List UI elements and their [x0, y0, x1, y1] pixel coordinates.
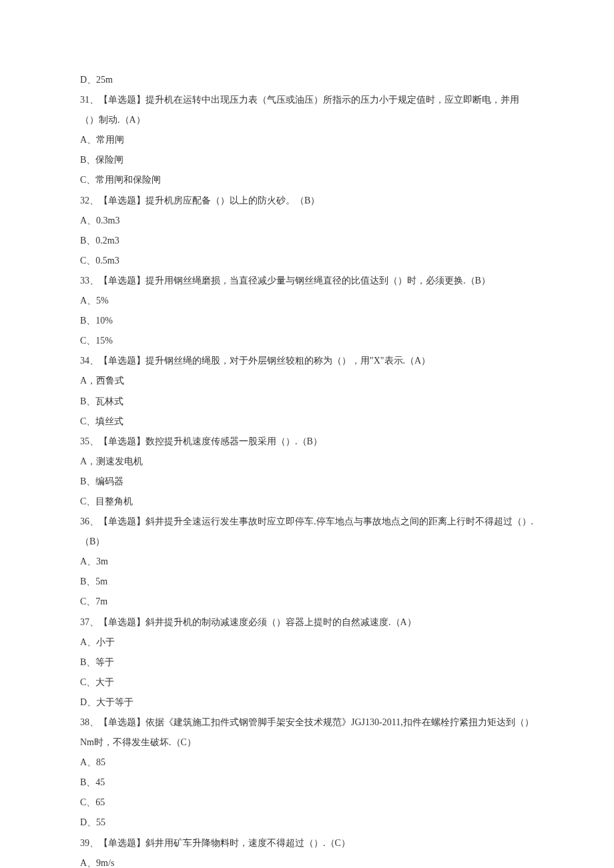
option-text: A、常用闸 — [80, 130, 534, 150]
option-text: C、7m — [80, 592, 534, 612]
option-text: A、小于 — [80, 632, 534, 653]
option-text: C、常用闸和保险闸 — [80, 170, 534, 190]
question-text: 39、【单选题】斜井用矿车升降物料时，速度不得超过（）.（C） — [80, 833, 534, 853]
option-text: C、目整角机 — [80, 492, 534, 512]
option-text: A，西鲁式 — [80, 371, 534, 391]
question-text: 36、【单选题】斜井提升全速运行发生事故时应立即停车.停车地点与事故地点之间的距… — [80, 512, 534, 552]
question-text: 37、【单选题】斜井提升机的制动减速度必须（）容器上提时的自然减速度.（A） — [80, 612, 534, 632]
question-text: 38、【单选题】依据《建筑施工扣件式钢管脚手架安全技术规范》JGJ130-201… — [80, 713, 534, 753]
option-text: D、大于等于 — [80, 693, 534, 713]
option-text: A、9m/s — [80, 853, 534, 868]
option-text: B、保险闸 — [80, 150, 534, 170]
option-text: A、5% — [80, 291, 534, 311]
question-text: 32、【单选题】提升机房应配备（）以上的防火砂。（B） — [80, 191, 534, 211]
option-text: C、15% — [80, 331, 534, 351]
option-text: B、瓦林式 — [80, 392, 534, 412]
option-text: A，测速发电机 — [80, 452, 534, 472]
question-text: 35、【单选题】数控提升机速度传感器一股采用（）.（B） — [80, 432, 534, 452]
option-text: D、55 — [80, 813, 534, 833]
option-text: A、0.3m3 — [80, 211, 534, 231]
question-text: 31、【单选题】提升机在运转中出现压力表（气压或油压）所指示的压力小于规定值时，… — [80, 90, 534, 130]
option-text: B、0.2m3 — [80, 231, 534, 251]
option-text: B、5m — [80, 572, 534, 592]
option-text: A、85 — [80, 753, 534, 773]
option-text: B、45 — [80, 773, 534, 793]
option-text: C、0.5m3 — [80, 251, 534, 271]
option-text: B、编码器 — [80, 472, 534, 492]
option-text: C、大于 — [80, 673, 534, 693]
option-text: C、填丝式 — [80, 412, 534, 432]
question-text: 34、【单选题】提升钢丝绳的绳股，对于外层钢丝较粗的称为（），用"X"表示.（A… — [80, 351, 534, 371]
option-text: D、25m — [80, 70, 534, 90]
option-text: B、10% — [80, 311, 534, 331]
option-text: A、3m — [80, 552, 534, 572]
option-text: B、等于 — [80, 653, 534, 673]
option-text: C、65 — [80, 793, 534, 813]
question-text: 33、【单选题】提升用钢丝绳磨损，当直径减少量与钢丝绳直径的比值达到（）时，必须… — [80, 271, 534, 291]
